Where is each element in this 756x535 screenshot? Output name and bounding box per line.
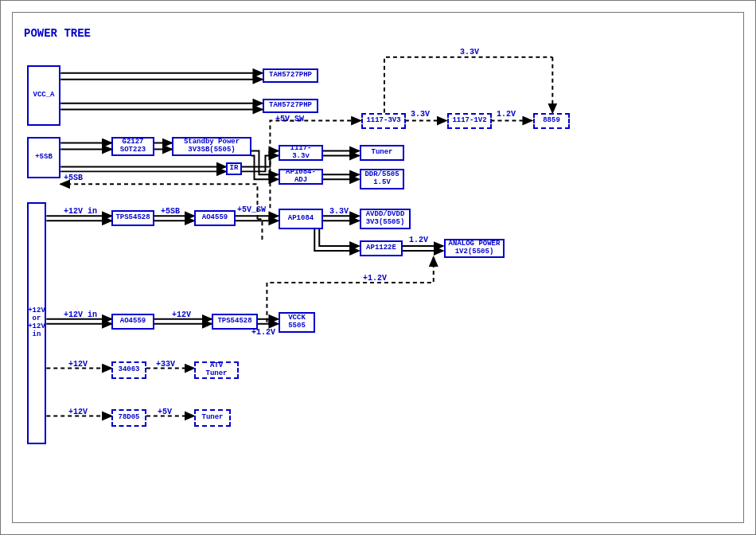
block-1117-3v3-dash: 1117-3V3 [361,113,406,129]
label-12v-b: +12V [172,310,191,319]
block-analog-power: ANALOG POWER 1V2(5505) [444,239,505,258]
block-5sb: +5SB [27,137,60,178]
block-tps54528-b: TPS54528 [212,314,258,330]
wiring-layer [13,13,743,522]
label-33v-mid: 3.3V [329,207,349,216]
label-33v-topmost: 3.3V [460,48,479,57]
label-5v-d: +5V [158,408,172,416]
block-atv-tuner-dash: ATV Tuner [194,361,239,379]
block-ap1084-adj: AP1084-ADJ [279,169,323,185]
block-vcck: VCCK 5505 [279,312,315,333]
label-12v-d1: +12V [68,360,88,369]
block-tps54528-a: TPS54528 [111,210,154,226]
block-34063-dash: 34063 [111,361,146,379]
block-ao4559-b: AO4559 [111,314,154,330]
label-12v-c: +1.2V [251,328,275,337]
label-12v-loop: +1.2V [363,274,387,283]
block-avdd-dvdd: AVDD/DVDD 3V3(5505) [360,209,411,229]
block-78d05-dash: 78D05 [111,409,146,427]
block-vcc-a: VCC_A [27,65,60,126]
label-12v-mid: 1.2V [409,236,428,244]
diagram-sheet: POWER TREE VCC_A +5SB +12V or +12V in TA… [0,0,756,535]
label-5sb-a: +5SB [64,174,83,182]
block-1117-33v: 1117-3.3v [279,145,323,161]
block-ir: IR [226,162,242,175]
block-standby-power: Standby Power 3V3SB(5505) [172,137,251,156]
block-12v-source: +12V or +12V in [27,202,46,444]
label-12v-d2: +12V [68,408,88,416]
label-33v-top: 3.3V [411,110,430,119]
block-ap1122e: AP1122E [360,240,403,256]
block-g2127: G2127 SOT223 [111,137,154,156]
block-ap1084: AP1084 [279,209,323,229]
block-tah-top: TAH5727PHP [263,68,318,83]
label-5v-sw-top: +5V_SW [275,115,304,123]
block-tuner-a: Tuner [360,145,404,161]
diagram-inner-frame: POWER TREE VCC_A +5SB +12V or +12V in TA… [12,12,744,523]
block-1117-1v2-dash: 1117-1V2 [447,113,492,129]
label-12v-top: 1.2V [497,110,516,119]
label-33v-d: +33V [156,360,175,369]
block-tuner-dash: Tuner [194,409,231,427]
label-12vin-b: +12V in [64,310,97,319]
label-5sb-b: +5SB [161,207,180,216]
block-ddr-5505: DDR/5505 1.5V [360,169,404,189]
diagram-title: POWER TREE [24,27,91,40]
label-12vin-a: +12V in [64,207,97,216]
block-8859-dash: 8859 [533,113,570,129]
label-5v-sw-mid: +5V_SW [237,205,266,214]
block-tah-bottom: TAH5727PHP [263,99,318,113]
block-ao4559-a: AO4559 [194,210,236,226]
